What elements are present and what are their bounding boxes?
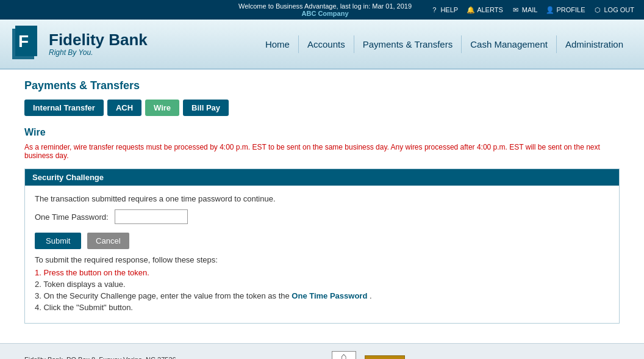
top-actions: ? HELP 🔔 ALERTS ✉ MAIL 👤 PROFILE ⬡ LOG O… <box>430 5 634 14</box>
page-content: Payments & Transfers Internal Transfer A… <box>0 70 644 343</box>
logout-icon: ⬡ <box>593 5 602 14</box>
logo-text: Fidelity Bank Right By You. <box>49 31 148 57</box>
otp-message: The transaction submitted requires a one… <box>35 194 609 203</box>
fdic-badge: ⊞ FDIC <box>365 355 405 359</box>
steps-section: To submit the required response, follow … <box>35 255 609 312</box>
wire-section-title: Wire <box>24 127 620 138</box>
step-4: 4. Click the "Submit" button. <box>35 303 609 312</box>
wire-notice: As a reminder, wire transfer requests mu… <box>24 143 620 160</box>
footer-icons: ⌂ EQUAL HOUSING LENDER ⊞ FDIC <box>332 351 405 359</box>
equal-housing-lender-icon: ⌂ EQUAL HOUSING LENDER <box>332 351 356 359</box>
steps-header: To submit the required response, follow … <box>35 255 609 264</box>
mail-link[interactable]: ✉ MAIL <box>512 5 538 14</box>
top-bar: Welcome to Business Advantage, last log … <box>0 0 644 20</box>
step-3: 3. On the Security Challenge page, enter… <box>35 291 609 300</box>
tab-internal-transfer[interactable]: Internal Transfer <box>24 100 104 116</box>
security-challenge-header: Security Challenge <box>25 169 619 186</box>
bank-tagline: Right By You. <box>49 48 148 57</box>
wire-notice-before: As a reminder, wire transfer requests mu… <box>24 143 389 151</box>
company-name: ABC Company <box>302 10 349 17</box>
otp-row: One Time Password: <box>35 209 609 224</box>
nav-cash-management[interactable]: Cash Management <box>462 35 557 53</box>
otp-label: One Time Password: <box>35 212 109 222</box>
step-2: 2. Token displays a value. <box>35 280 609 289</box>
site-footer: Fidelity Bank, PO Box 8, Fuquay Varina, … <box>0 343 644 359</box>
mail-icon: ✉ <box>512 5 520 14</box>
profile-icon: 👤 <box>546 5 554 14</box>
otp-input[interactable] <box>115 209 188 224</box>
svg-text:F: F <box>18 32 29 51</box>
help-link[interactable]: ? HELP <box>430 5 458 14</box>
help-icon: ? <box>430 5 438 14</box>
welcome-text: Welcome to Business Advantage, last log … <box>238 2 412 10</box>
logout-link[interactable]: ⬡ LOG OUT <box>593 5 634 14</box>
nav-accounts[interactable]: Accounts <box>299 35 354 53</box>
alerts-link[interactable]: 🔔 ALERTS <box>467 5 503 14</box>
submit-button[interactable]: Submit <box>35 233 81 249</box>
security-challenge-body: The transaction submitted requires a one… <box>25 186 619 323</box>
security-challenge-box: Security Challenge The transaction submi… <box>24 169 620 324</box>
main-navigation: Home Accounts Payments & Transfers Cash … <box>257 35 632 53</box>
tab-wire[interactable]: Wire <box>145 100 179 116</box>
cancel-button[interactable]: Cancel <box>87 233 129 249</box>
footer-address: Fidelity Bank, PO Box 8, Fuquay Varina, … <box>24 356 176 359</box>
bank-name: Fidelity Bank <box>49 31 148 49</box>
form-buttons: Submit Cancel <box>35 233 609 249</box>
page-title: Payments & Transfers <box>24 79 620 92</box>
nav-home[interactable]: Home <box>257 35 299 53</box>
tab-ach[interactable]: ACH <box>107 100 141 116</box>
alerts-icon: 🔔 <box>467 5 475 14</box>
footer-left: Fidelity Bank, PO Box 8, Fuquay Varina, … <box>24 356 176 359</box>
profile-link[interactable]: 👤 PROFILE <box>546 5 585 14</box>
site-header: F Fidelity Bank Right By You. Home Accou… <box>0 20 644 70</box>
logo-area: F Fidelity Bank Right By You. <box>12 26 148 62</box>
tab-bill-pay[interactable]: Bill Pay <box>183 100 229 116</box>
nav-administration[interactable]: Administration <box>557 35 632 53</box>
bank-logo-icon: F <box>12 26 43 62</box>
step-1: 1. Press the button on the token. <box>35 268 609 277</box>
tab-buttons: Internal Transfer ACH Wire Bill Pay <box>24 100 620 116</box>
nav-payments-transfers[interactable]: Payments & Transfers <box>354 35 462 53</box>
